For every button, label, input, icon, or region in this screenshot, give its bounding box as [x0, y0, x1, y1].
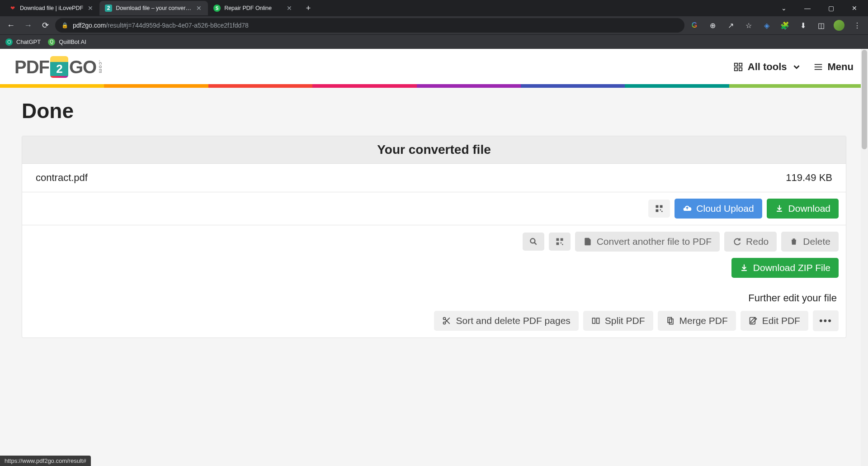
merge-icon — [666, 316, 675, 325]
pdf2go-icon: 2 — [105, 5, 112, 12]
tab-strip: ❤ Download file | iLovePDF ✕ 2 Download … — [0, 0, 868, 16]
hamburger-icon — [813, 62, 823, 72]
rainbow-divider — [0, 84, 868, 88]
svg-rect-7 — [656, 205, 659, 208]
tab-ilovepdf[interactable]: ❤ Download file | iLovePDF ✕ — [4, 1, 99, 15]
split-icon — [591, 316, 600, 325]
chevron-down-icon[interactable]: ⌄ — [774, 1, 794, 15]
convert-another-button[interactable]: Convert another file to PDF — [575, 232, 720, 252]
scissors-icon — [442, 316, 451, 325]
qr-icon — [655, 204, 664, 213]
back-button[interactable]: ← — [4, 18, 18, 33]
svg-rect-16 — [556, 243, 559, 245]
bottom-actions: Convert another file to PDF Redo Delete … — [22, 225, 846, 338]
svg-rect-14 — [556, 238, 559, 241]
page-title: Done — [22, 99, 846, 123]
file-size: 119.49 KB — [786, 172, 832, 184]
svg-rect-24 — [596, 318, 599, 323]
grid-icon — [733, 62, 743, 72]
bookmarks-bar: ⬡ ChatGPT Q QuillBot AI — [0, 34, 868, 49]
pdf2go-logo[interactable]: PDF 2 GO .com — [14, 56, 104, 78]
share-icon[interactable]: ↗ — [723, 18, 738, 33]
downloads-icon[interactable]: ⬇ — [796, 18, 810, 33]
toolbar-icons: G ⊕ ↗ ☆ ◈ 🧩 ⬇ ◫ ⋮ — [687, 18, 864, 33]
file-row: contract.pdf 119.49 KB — [22, 164, 846, 192]
cloud-upload-button[interactable]: Cloud Upload — [675, 199, 762, 219]
address-bar[interactable]: 🔒 pdf2go.com/result#j=744d959d-9acb-4e07… — [55, 18, 684, 33]
url-text: pdf2go.com/result#j=744d959d-9acb-4e07-a… — [73, 22, 249, 29]
svg-rect-17 — [560, 243, 561, 244]
zoom-icon[interactable]: ⊕ — [705, 18, 720, 33]
forward-button[interactable]: → — [21, 18, 35, 33]
new-tab-button[interactable]: + — [302, 2, 315, 14]
close-icon[interactable]: ✕ — [195, 5, 203, 12]
svg-point-20 — [443, 322, 446, 324]
all-tools-dropdown[interactable]: All tools — [733, 61, 802, 73]
download-zip-button[interactable]: Download ZIP File — [731, 258, 839, 278]
delete-button[interactable]: Delete — [781, 232, 839, 252]
bookmark-chatgpt[interactable]: ⬡ ChatGPT — [5, 38, 41, 46]
trash-icon — [789, 237, 798, 246]
close-window-button[interactable]: ✕ — [844, 1, 864, 15]
close-icon[interactable]: ✕ — [286, 5, 293, 12]
site-header: PDF 2 GO .com All tools Menu — [0, 49, 868, 84]
chevron-down-icon — [792, 62, 802, 72]
sort-delete-pages-button[interactable]: Sort and delete PDF pages — [434, 311, 578, 331]
svg-line-13 — [534, 243, 537, 245]
ellipsis-icon: ••• — [819, 315, 832, 327]
tab-pdf2go[interactable]: 2 Download file – your conversion ✕ — [99, 1, 208, 15]
svg-point-19 — [443, 318, 446, 320]
edit-pdf-button[interactable]: Edit PDF — [741, 311, 808, 331]
menu-button[interactable]: Menu — [813, 61, 854, 73]
svg-rect-3 — [739, 68, 742, 71]
heart-icon: ❤ — [9, 5, 16, 12]
minimize-button[interactable]: — — [797, 1, 817, 15]
download-icon — [775, 204, 784, 213]
svg-rect-10 — [660, 209, 661, 211]
split-pdf-button[interactable]: Split PDF — [583, 311, 653, 331]
more-tools-button[interactable]: ••• — [813, 310, 839, 331]
scrollbar[interactable] — [861, 49, 868, 466]
extensions-icon[interactable]: 🧩 — [778, 18, 792, 33]
tab-repair-pdf[interactable]: S Repair PDF Online ✕ — [208, 1, 298, 15]
svg-rect-0 — [735, 63, 737, 66]
header-nav: All tools Menu — [733, 61, 854, 73]
tab-title: Download file – your conversion — [116, 5, 192, 11]
logo-2-block: 2 — [50, 56, 68, 78]
profile-avatar[interactable] — [832, 18, 846, 33]
svg-rect-2 — [735, 68, 737, 71]
redo-button[interactable]: Redo — [724, 232, 777, 252]
sidepanel-icon[interactable]: ◫ — [814, 18, 828, 33]
search-button[interactable] — [523, 233, 544, 251]
svg-rect-11 — [661, 211, 663, 212]
svg-rect-15 — [560, 238, 563, 241]
close-icon[interactable]: ✕ — [87, 5, 94, 12]
qr-all-button[interactable] — [549, 233, 571, 251]
svg-rect-23 — [592, 318, 595, 323]
chatgpt-icon: ⬡ — [5, 38, 13, 46]
qr-code-button[interactable] — [648, 200, 670, 218]
browser-chrome: ❤ Download file | iLovePDF ✕ 2 Download … — [0, 0, 868, 49]
scrollbar-thumb[interactable] — [862, 50, 867, 149]
merge-pdf-button[interactable]: Merge PDF — [658, 311, 736, 331]
google-icon[interactable]: G — [687, 18, 702, 33]
browser-toolbar: ← → ⟳ 🔒 pdf2go.com/result#j=744d959d-9ac… — [0, 16, 868, 34]
download-icon — [740, 263, 749, 272]
quillbot-icon: Q — [48, 38, 55, 46]
reload-button[interactable]: ⟳ — [38, 18, 52, 33]
page-content: PDF 2 GO .com All tools Menu Done Yo — [0, 49, 868, 466]
bookmark-star-icon[interactable]: ☆ — [741, 18, 756, 33]
s-icon: S — [213, 5, 221, 12]
bookmark-quillbot[interactable]: Q QuillBot AI — [48, 38, 86, 46]
maximize-button[interactable]: ▢ — [821, 1, 841, 15]
qr-icon — [555, 237, 564, 246]
shield-icon[interactable]: ◈ — [760, 18, 774, 33]
kebab-menu-icon[interactable]: ⋮ — [850, 18, 864, 33]
svg-rect-1 — [739, 63, 742, 66]
redo-icon — [732, 237, 741, 246]
download-button[interactable]: Download — [767, 199, 839, 219]
converted-file-panel: Your converted file contract.pdf 119.49 … — [22, 136, 846, 338]
further-edit-label: Further edit your file — [29, 292, 837, 304]
file-actions-row: Cloud Upload Download — [22, 192, 846, 225]
main-content: Done Your converted file contract.pdf 11… — [0, 88, 868, 466]
